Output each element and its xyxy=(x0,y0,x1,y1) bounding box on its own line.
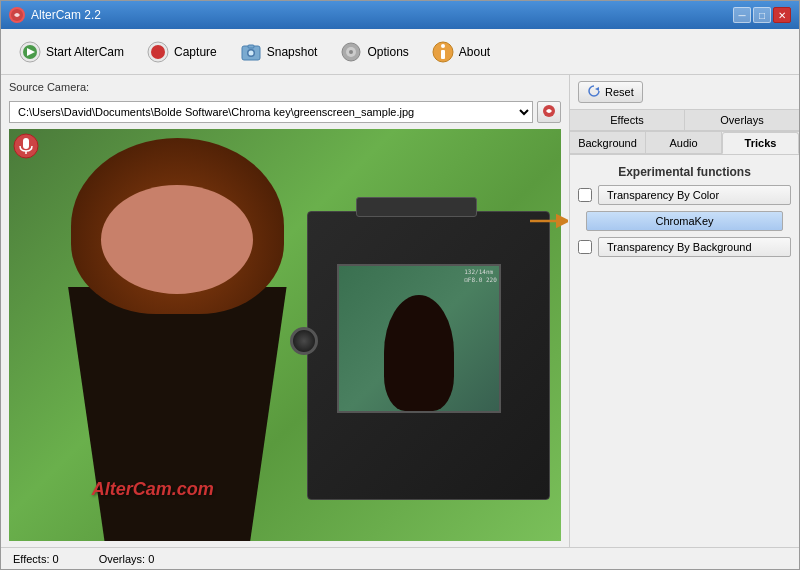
options-button[interactable]: Options xyxy=(330,35,417,69)
start-altercam-button[interactable]: Start AlterCam xyxy=(9,35,133,69)
maximize-button[interactable]: □ xyxy=(753,7,771,23)
capture-button[interactable]: Capture xyxy=(137,35,226,69)
capture-icon xyxy=(146,40,170,64)
source-label: Source Camera: xyxy=(9,81,561,93)
svg-rect-9 xyxy=(248,45,254,48)
status-bar: Effects: 0 Overlays: 0 xyxy=(1,547,799,569)
about-label: About xyxy=(459,45,490,59)
svg-point-14 xyxy=(441,44,445,48)
capture-label: Capture xyxy=(174,45,217,59)
effects-status: Effects: 0 xyxy=(13,553,59,565)
app-icon xyxy=(9,7,25,23)
sub-tab-tricks[interactable]: Tricks xyxy=(722,132,799,154)
camera-body: 132/14nm⊡F8.0 220 xyxy=(307,211,550,499)
panel-content: Experimental functions Transparency By C… xyxy=(570,155,799,547)
options-icon xyxy=(339,40,363,64)
about-button[interactable]: About xyxy=(422,35,499,69)
sub-tabs: Background Audio Tricks xyxy=(570,132,799,155)
main-window: AlterCam 2.2 ─ □ ✕ Start AlterCam xyxy=(0,0,800,570)
svg-marker-20 xyxy=(595,87,599,91)
options-label: Options xyxy=(367,45,408,59)
transparency-bg-button[interactable]: Transparency By Background xyxy=(598,237,791,257)
section-title: Experimental functions xyxy=(570,161,799,183)
camera-hud-text: 132/14nm⊡F8.0 220 xyxy=(464,268,497,284)
svg-point-12 xyxy=(349,50,353,54)
svg-rect-18 xyxy=(23,138,29,149)
transparency-bg-row: Transparency By Background xyxy=(570,235,799,259)
tab-overlays[interactable]: Overlays xyxy=(685,110,799,131)
person-face xyxy=(101,185,253,295)
camera-screen: 132/14nm⊡F8.0 220 xyxy=(337,264,501,413)
right-panel: Reset Effects Overlays Background Audio xyxy=(569,75,799,547)
transparency-color-row: Transparency By Color xyxy=(570,183,799,207)
window-title: AlterCam 2.2 xyxy=(31,8,101,22)
reset-button[interactable]: Reset xyxy=(578,81,643,103)
title-bar: AlterCam 2.2 ─ □ ✕ xyxy=(1,1,799,29)
chromakey-row: ChromaKey xyxy=(570,207,799,235)
main-content: Source Camera: C:\Users\David\Documents\… xyxy=(1,75,799,547)
transparency-color-button[interactable]: Transparency By Color xyxy=(598,185,791,205)
source-select[interactable]: C:\Users\David\Documents\Bolde Software\… xyxy=(9,101,533,123)
transparency-bg-checkbox[interactable] xyxy=(578,240,592,254)
start-altercam-label: Start AlterCam xyxy=(46,45,124,59)
browse-icon xyxy=(542,104,556,121)
svg-rect-15 xyxy=(441,50,445,59)
about-icon xyxy=(431,40,455,64)
title-bar-left: AlterCam 2.2 xyxy=(9,7,101,23)
minimize-button[interactable]: ─ xyxy=(733,7,751,23)
toolbar: Start AlterCam Capture Snapshot xyxy=(1,29,799,75)
svg-point-5 xyxy=(151,45,165,59)
chromakey-button[interactable]: ChromaKey xyxy=(586,211,783,231)
person-body xyxy=(26,150,330,541)
start-icon xyxy=(18,40,42,64)
close-button[interactable]: ✕ xyxy=(773,7,791,23)
reset-row: Reset xyxy=(570,75,799,110)
sub-tab-audio[interactable]: Audio xyxy=(646,132,722,154)
snapshot-label: Snapshot xyxy=(267,45,318,59)
camera-lens xyxy=(290,327,318,355)
sub-tab-background[interactable]: Background xyxy=(570,132,646,154)
reset-label: Reset xyxy=(605,86,634,98)
transparency-color-checkbox[interactable] xyxy=(578,188,592,202)
mic-icon-area xyxy=(13,133,39,162)
snapshot-icon xyxy=(239,40,263,64)
source-row: C:\Users\David\Documents\Bolde Software\… xyxy=(9,101,561,123)
person-clothing xyxy=(56,287,299,541)
arrow-indicator xyxy=(528,211,568,231)
tab-effects[interactable]: Effects xyxy=(570,110,685,131)
video-container: 132/14nm⊡F8.0 220 AlterCam.com xyxy=(9,129,561,541)
screen-person xyxy=(384,295,454,411)
video-area: 132/14nm⊡F8.0 220 AlterCam.com xyxy=(9,129,561,541)
source-browse-button[interactable] xyxy=(537,101,561,123)
reset-icon xyxy=(587,84,601,100)
overlays-status: Overlays: 0 xyxy=(99,553,155,565)
arrow-svg xyxy=(528,211,568,231)
snapshot-button[interactable]: Snapshot xyxy=(230,35,327,69)
main-tabs: Effects Overlays xyxy=(570,110,799,132)
left-panel: Source Camera: C:\Users\David\Documents\… xyxy=(1,75,569,547)
svg-point-8 xyxy=(248,50,253,55)
title-bar-controls: ─ □ ✕ xyxy=(733,7,791,23)
camera-handle xyxy=(356,197,476,217)
